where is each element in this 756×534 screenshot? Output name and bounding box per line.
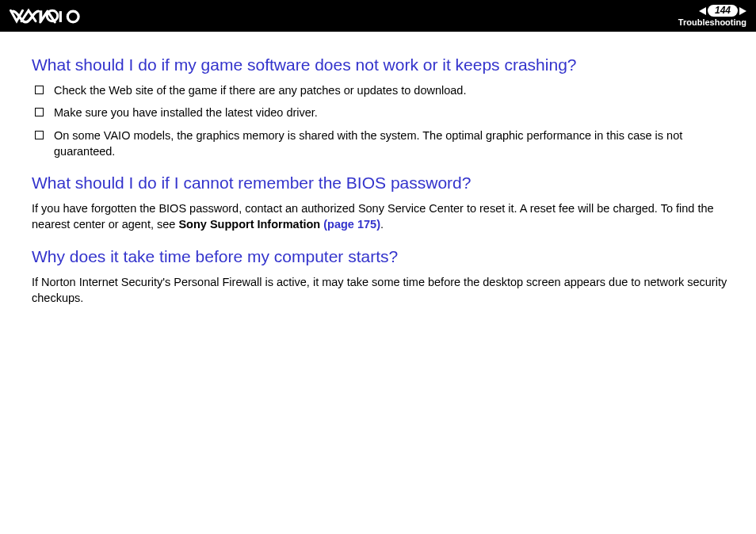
list-item: Check the Web site of the game if there … [54,82,732,98]
section-title: Troubleshooting [678,17,746,27]
page-nav: 144 [699,5,746,17]
list-item: Make sure you have installed the latest … [54,105,732,120]
list-item: On some VAIO models, the graphics memory… [54,128,732,160]
bullet-list-game: Check the Web site of the game if there … [32,82,732,159]
vaio-logo-glyph [11,7,84,26]
page-number: 144 [708,5,738,17]
para-bios: If you have forgotten the BIOS password,… [32,200,732,233]
header-right: 144 Troubleshooting [678,5,746,27]
nav-prev-icon[interactable] [699,7,706,15]
svg-point-3 [67,11,78,22]
svg-rect-2 [59,11,62,22]
heading-bios-password: What should I do if I cannot remember th… [32,174,732,193]
heading-startup-time: Why does it take time before my computer… [32,247,732,266]
page-header: 144 Troubleshooting [0,0,756,32]
page-link[interactable]: (page 175) [323,218,380,231]
heading-game-crash: What should I do if my game software doe… [32,55,732,74]
para-startup: If Norton Internet Security's Personal F… [32,274,732,307]
para-suffix: . [380,218,384,231]
page-content: What should I do if my game software doe… [0,32,756,306]
nav-next-icon[interactable] [739,7,746,15]
para-bold: Sony Support Information [178,218,323,231]
